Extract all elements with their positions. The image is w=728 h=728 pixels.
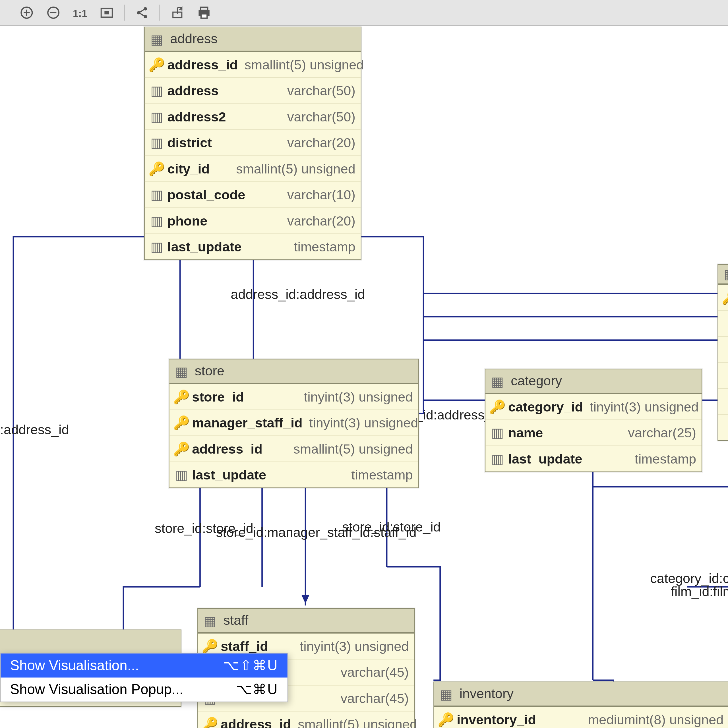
svg-rect-15 bbox=[200, 7, 208, 10]
relationship-label: :address_id bbox=[0, 422, 69, 437]
column-type: tinyint(3) unsigned bbox=[293, 638, 409, 654]
column-icon: ▥ bbox=[150, 190, 164, 200]
column-name: last_update bbox=[168, 239, 242, 254]
primary-key-icon: 🔑 bbox=[150, 60, 164, 70]
column-row[interactable]: ▥postal_codevarchar(10) bbox=[145, 182, 361, 208]
column-row[interactable]: 🔑manager_staff_idtinyint(3) unsigned bbox=[170, 410, 418, 436]
column-name: address_id bbox=[221, 717, 291, 728]
zoom-out-button[interactable] bbox=[40, 0, 67, 25]
table-title: address bbox=[170, 31, 217, 47]
column-row[interactable]: ▥namevarchar(25) bbox=[485, 420, 702, 446]
menu-item-show-visualisation-popup[interactable]: Show Visualisation Popup...⌥⌘U bbox=[1, 678, 287, 702]
table-store[interactable]: ▦store 🔑store_idtinyint(3) unsigned🔑mana… bbox=[169, 359, 419, 488]
svg-rect-6 bbox=[104, 11, 109, 14]
column-name: last_update bbox=[508, 451, 583, 466]
column-row[interactable]: ▥address2varchar(50) bbox=[145, 104, 361, 130]
column-row[interactable]: 🔑address_idsmallint(5) unsigned bbox=[145, 52, 361, 78]
column-name: manager_staff_id bbox=[192, 415, 302, 431]
column-row[interactable]: 🔑address_idsmallint(5) unsigned bbox=[170, 436, 418, 462]
column-icon: ▥ bbox=[150, 138, 164, 148]
share-icon[interactable] bbox=[129, 0, 156, 25]
relationship-label: store_id:store_id bbox=[342, 520, 441, 535]
column-type: smallint(5) unsigned bbox=[287, 441, 413, 456]
column-icon: ▥ bbox=[491, 454, 504, 464]
column-type: smallint(5) unsigned bbox=[291, 717, 417, 728]
table-icon: ▦ bbox=[491, 376, 504, 387]
column-name: address_id bbox=[168, 57, 238, 72]
column-type: varchar(50) bbox=[281, 109, 355, 124]
table-title: staff bbox=[223, 613, 249, 628]
column-name: address_id bbox=[192, 441, 263, 456]
foreign-key-icon: 🔑 bbox=[174, 418, 188, 428]
table-icon: ▦ bbox=[203, 615, 217, 626]
column-type: tinyint(3) unsigned bbox=[303, 415, 418, 431]
relationship-label: category_id:cat bbox=[650, 571, 728, 586]
column-row[interactable]: ▥last_updatetimestamp bbox=[170, 462, 418, 488]
column-row[interactable]: ▥last_updatetimestamp bbox=[485, 446, 702, 471]
column-row[interactable]: 🔑inventory_idmediumint(8) unsigned bbox=[434, 707, 728, 728]
table-partial-right[interactable]: ▦ 🔑 bbox=[717, 264, 728, 441]
relationship-label: address_id:address_id bbox=[231, 287, 365, 302]
toolbar-separator bbox=[124, 5, 125, 20]
column-type: varchar(10) bbox=[281, 187, 355, 202]
svg-line-11 bbox=[140, 13, 144, 16]
table-icon: ▦ bbox=[150, 34, 164, 44]
column-type: tinyint(3) unsigned bbox=[297, 389, 413, 404]
column-row[interactable]: 🔑address_idsmallint(5) unsigned bbox=[198, 711, 414, 728]
primary-key-icon: 🔑 bbox=[203, 641, 217, 652]
column-type: varchar(50) bbox=[281, 83, 355, 98]
column-name: category_id bbox=[508, 399, 583, 414]
column-type: tinyint(3) unsigned bbox=[583, 399, 699, 414]
column-row[interactable]: 🔑store_idtinyint(3) unsigned bbox=[170, 384, 418, 410]
primary-key-icon: 🔑 bbox=[439, 714, 453, 725]
primary-key-icon: 🔑 bbox=[174, 392, 188, 402]
table-inventory[interactable]: ▦inventory 🔑inventory_idmediumint(8) uns… bbox=[433, 682, 728, 728]
column-name: name bbox=[508, 425, 543, 440]
table-category[interactable]: ▦category 🔑category_idtinyint(3) unsigne… bbox=[485, 369, 702, 472]
column-type: smallint(5) unsigned bbox=[229, 161, 355, 176]
table-icon: ▦ bbox=[723, 269, 728, 280]
column-type: mediumint(8) unsigned bbox=[581, 712, 724, 727]
foreign-key-icon: 🔑 bbox=[174, 444, 188, 454]
column-name: district bbox=[168, 135, 212, 150]
column-name: city_id bbox=[168, 161, 210, 176]
column-row[interactable]: ▥phonevarchar(20) bbox=[145, 208, 361, 234]
column-type: varchar(20) bbox=[281, 135, 355, 150]
fit-screen-button[interactable] bbox=[93, 0, 120, 25]
svg-rect-17 bbox=[201, 14, 207, 18]
table-title: inventory bbox=[460, 686, 514, 702]
zoom-1to1-button[interactable]: 1:1 bbox=[67, 0, 93, 25]
column-row[interactable]: ▥districtvarchar(20) bbox=[145, 130, 361, 156]
column-type: varchar(45) bbox=[334, 665, 408, 680]
column-name: store_id bbox=[192, 389, 244, 404]
svg-line-10 bbox=[140, 9, 144, 12]
print-icon[interactable] bbox=[191, 0, 217, 25]
table-address[interactable]: ▦address 🔑address_idsmallint(5) unsigned… bbox=[144, 27, 361, 260]
context-menu[interactable]: Show Visualisation...⌥⇧⌘U Show Visualisa… bbox=[0, 653, 288, 702]
relationship-label: film_id:film bbox=[671, 584, 728, 600]
column-row[interactable]: ▥addressvarchar(50) bbox=[145, 78, 361, 104]
column-name: address bbox=[168, 83, 219, 98]
column-type: varchar(45) bbox=[334, 690, 408, 706]
table-icon: ▦ bbox=[439, 688, 453, 699]
column-icon: ▥ bbox=[150, 85, 164, 96]
toolbar: 1:1 bbox=[0, 0, 728, 26]
column-name: last_update bbox=[192, 467, 266, 483]
svg-marker-26 bbox=[301, 595, 309, 603]
column-type: smallint(5) unsigned bbox=[238, 57, 364, 72]
menu-item-show-visualisation[interactable]: Show Visualisation...⌥⇧⌘U bbox=[1, 653, 287, 678]
column-icon: ▥ bbox=[150, 242, 164, 252]
column-type: timestamp bbox=[287, 239, 355, 254]
column-row[interactable]: 🔑city_idsmallint(5) unsigned bbox=[145, 156, 361, 182]
zoom-in-button[interactable] bbox=[13, 0, 40, 25]
table-icon: ▦ bbox=[174, 366, 188, 376]
primary-key-icon: 🔑 bbox=[491, 402, 504, 412]
column-name: address2 bbox=[168, 109, 226, 124]
column-type: timestamp bbox=[345, 467, 413, 483]
column-icon: ▥ bbox=[150, 112, 164, 122]
export-icon[interactable] bbox=[164, 0, 191, 25]
column-row[interactable]: 🔑category_idtinyint(3) unsigned bbox=[485, 394, 702, 420]
column-row[interactable]: ▥last_updatetimestamp bbox=[145, 234, 361, 259]
table-title: category bbox=[511, 373, 562, 389]
column-type: varchar(25) bbox=[621, 425, 696, 440]
